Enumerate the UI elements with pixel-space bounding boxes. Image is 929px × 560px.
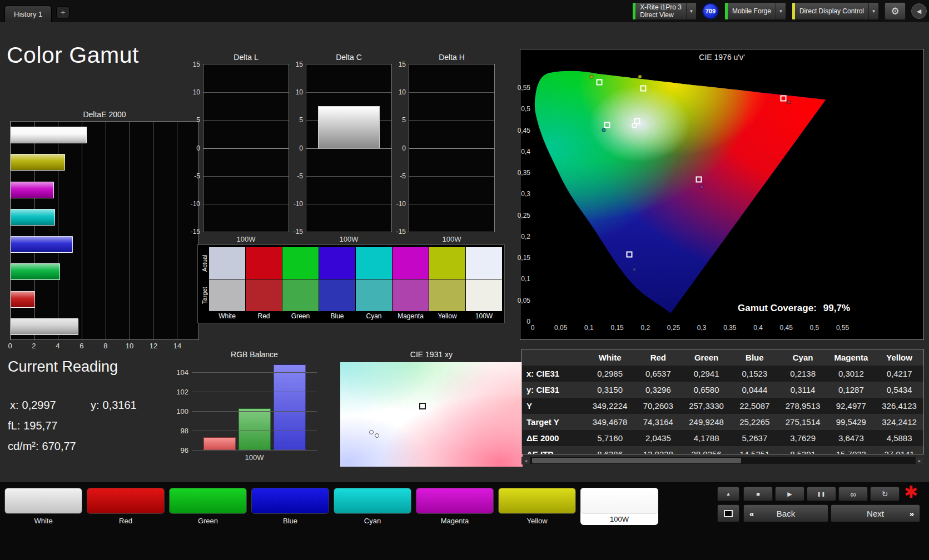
deltae2000-bars: [11, 122, 177, 339]
axis-tick-label: 10: [399, 88, 406, 96]
refresh-button[interactable]: ↻: [870, 487, 900, 501]
patch-button-cyan[interactable]: Cyan: [334, 488, 411, 525]
patch-button-green[interactable]: Green: [169, 488, 247, 525]
swatch-label: Yellow: [429, 312, 465, 321]
display-control-dropdown[interactable]: Direct Display Control ▼: [792, 2, 879, 20]
patch-list-up-button[interactable]: ▲: [717, 487, 739, 501]
add-tab-button[interactable]: +: [56, 6, 69, 18]
patch-button-magenta[interactable]: Magenta: [416, 488, 494, 525]
patch-button-red[interactable]: Red: [87, 488, 165, 525]
gridline: [203, 92, 289, 93]
alert-asterisk-icon[interactable]: ✱: [904, 482, 918, 502]
stop-icon: ■: [756, 491, 760, 497]
chevron-down-icon[interactable]: ▼: [868, 3, 878, 19]
deltae2000-xticks: 02468101214: [10, 340, 177, 351]
play-button[interactable]: ▶: [775, 487, 804, 501]
back-button[interactable]: « Back: [743, 504, 828, 522]
chevron-down-icon[interactable]: ▼: [776, 3, 786, 19]
dot-marker: [602, 128, 605, 132]
deltae-bar-blue: [11, 236, 73, 253]
patch-window-button[interactable]: [717, 504, 739, 522]
bar-row: [11, 177, 177, 204]
next-button[interactable]: Next »: [831, 504, 920, 522]
reading-y: y: 0,3161: [91, 399, 137, 412]
table-cell: 8,5301: [779, 446, 827, 454]
meter-dropdown[interactable]: X-Rite i1Pro 3 Direct View ▼: [632, 2, 697, 20]
circle-marker: [369, 430, 374, 434]
stop-button[interactable]: ■: [743, 487, 773, 501]
patch-swatch: [334, 488, 411, 514]
dot-marker: [700, 185, 704, 189]
patch-button-100w[interactable]: 100W: [580, 488, 658, 525]
axis-tick-label: 0,15: [610, 324, 623, 332]
scroll-left-button[interactable]: ◄: [522, 457, 530, 464]
cie1976-markers: [533, 64, 860, 322]
table-cell: 74,3164: [634, 414, 682, 430]
patch-swatch: [4, 488, 82, 514]
reading-fl: fL: 195,77: [8, 419, 57, 432]
square-marker: [419, 403, 426, 409]
column-header: White: [586, 349, 634, 366]
back-label: Back: [777, 509, 795, 518]
square-marker: [627, 252, 633, 258]
reading-fl-label: fL:: [8, 419, 20, 432]
chevron-down-icon[interactable]: ▼: [686, 3, 696, 19]
deltae-bar-cyan: [11, 209, 55, 226]
patch-button-blue[interactable]: Blue: [251, 488, 329, 525]
patch-button-yellow[interactable]: Yellow: [498, 488, 576, 525]
pause-button[interactable]: ❚❚: [807, 487, 836, 501]
axis-tick-label: -10: [396, 200, 406, 208]
continuous-measure-button[interactable]: ∞: [838, 487, 868, 501]
axis-tick-label: 0,2: [640, 324, 650, 332]
table-cell: 0,4217: [875, 366, 923, 382]
tab-history-1[interactable]: History 1: [4, 6, 52, 22]
actual-swatch: [209, 247, 245, 279]
swatch-label: Cyan: [356, 312, 392, 321]
axis-tick-label: 10: [296, 88, 303, 96]
patch-window-icon: [724, 510, 733, 517]
table-cell: 0,6537: [634, 366, 682, 382]
axis-tick-label: 0,45: [780, 324, 793, 332]
patch-swatch: [580, 488, 658, 514]
back-chevrons-icon: «: [749, 509, 754, 518]
axis-tick-label: 6: [80, 342, 83, 350]
dot-marker: [590, 75, 594, 79]
delta-chart-delta-h: Delta H151050-5-10-15100W: [409, 53, 495, 243]
table-cell: 0,3114: [779, 382, 827, 398]
deltae-bar-100w: [11, 318, 78, 335]
settings-gear-button[interactable]: ⚙: [885, 2, 906, 20]
scrollbar-thumb[interactable]: [532, 458, 741, 463]
column-header: Magenta: [827, 349, 875, 366]
collapse-panel-button[interactable]: ◀: [911, 3, 927, 19]
actual-swatch: [246, 247, 282, 279]
axis-tick-label: 0,3: [697, 324, 707, 332]
swatch-label: Green: [282, 312, 319, 321]
reading-cdm2: cd/m²: 670,77: [8, 440, 76, 453]
square-marker: [604, 122, 610, 128]
axis-tick-label: 4: [56, 342, 59, 350]
table-cell: 5,7160: [586, 430, 634, 446]
scroll-right-button[interactable]: ►: [916, 457, 923, 464]
deltae-bar-yellow: [11, 154, 65, 171]
patch-swatch: [87, 488, 165, 514]
scrollbar-track[interactable]: [530, 457, 916, 464]
axis-label: 100W: [203, 235, 289, 243]
table-horizontal-scrollbar[interactable]: ◄ ►: [521, 457, 924, 464]
gridline: [192, 450, 317, 451]
axis-tick-label: 0,1: [584, 324, 594, 332]
measurements-body: x: CIE310,29850,65370,29410,15230,21380,…: [522, 366, 923, 454]
patch-button-white[interactable]: White: [4, 488, 82, 525]
reading-x: x: 0,2997: [10, 399, 56, 412]
reading-fl-value: 195,77: [23, 419, 57, 432]
colorspace-badge[interactable]: 709: [702, 3, 719, 19]
cie1976-yticks: 0,550,50,450,40,350,30,250,20,150,10,050: [520, 64, 531, 322]
source-dropdown[interactable]: Mobile Forge ▼: [724, 2, 786, 20]
axis-tick-label: -15: [294, 228, 303, 236]
cie1931-chart: CIE 1931 xy: [340, 350, 523, 467]
swatch-label: Red: [246, 312, 282, 321]
column-header: Cyan: [779, 349, 827, 366]
table-row: y: CIE310,31500,32960,65800,04440,31140,…: [522, 382, 923, 398]
swatch-row-labels: ActualTarget: [200, 247, 209, 321]
table-cell: 0,3296: [634, 382, 682, 398]
display-name: Direct Display Control: [799, 7, 864, 15]
